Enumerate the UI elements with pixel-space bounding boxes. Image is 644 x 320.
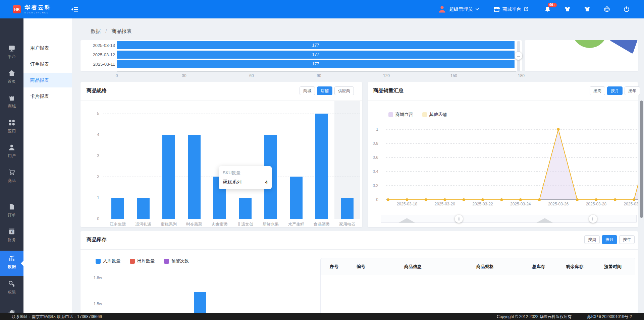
breadcrumb-current: 商品报表 [112,28,132,34]
spec-filter-store[interactable]: 店铺 [317,86,332,95]
sales-filter-year[interactable]: 按年 [625,86,640,95]
data-point[interactable] [538,198,541,201]
legend-item-inbound[interactable]: 入库数量 [96,258,120,264]
platform-link[interactable]: 商城平台 [493,6,529,13]
submenu-item-product-report[interactable]: 商品报表 [23,73,72,87]
v-bar[interactable] [315,114,328,219]
sales-filter-month[interactable]: 按月 [607,86,623,95]
v-bar[interactable] [188,135,201,219]
v-bar[interactable] [239,198,252,219]
x-axis-line [117,71,516,71]
grid-line [105,304,321,304]
submenu-item-order-report[interactable]: 订单报表 [23,57,72,71]
shirt-icon-1[interactable] [564,6,571,13]
breadcrumb-section[interactable]: 数据 [91,28,101,34]
bar-category-label: 江南生活 [105,221,130,227]
bar-value-label: 177 [117,43,515,48]
data-point[interactable] [614,198,616,201]
user-name: 超级管理员 [449,6,473,12]
shirt-icon-2[interactable] [584,6,591,13]
data-point[interactable] [500,198,503,201]
sidebar-item-data-active[interactable]: 数据 [0,251,23,276]
bar-category-label: 新鲜水果 [258,221,283,227]
datazoom-handle-left[interactable] [455,215,463,223]
notifications-bell-icon[interactable]: 99+ [544,6,551,13]
inventory-panel-title: 商品库存 [87,237,107,243]
pie-slice-blue[interactable] [611,40,637,53]
inventory-filter-month[interactable]: 按月 [602,235,617,244]
sales-panel-title: 商品销量汇总 [373,87,404,94]
power-logout-icon[interactable] [623,6,630,13]
inventory-table-header-row: 序号 编号 商品信息 商品规格 总库存 剩余库存 预警时间 [321,258,635,275]
data-point[interactable] [519,198,522,201]
data-point[interactable] [443,198,446,201]
brand-logo[interactable]: HR 华睿云科 HUARUIYUNKE [13,5,51,14]
v-bar[interactable] [111,198,124,219]
legend-item-outbound[interactable]: 出库数量 [130,258,155,264]
v-bar[interactable] [290,177,303,219]
breadcrumb-separator: / [105,28,107,34]
data-point[interactable] [576,198,579,201]
page-footer: 联系地址：南京市栖霞区 联系电话：17368736666 Copyright ©… [0,313,644,320]
sidebar-item-finance[interactable]: ¥ 财务 [0,228,23,243]
pie-slice-green[interactable] [572,40,607,48]
submenu-item-user-report[interactable]: 用户报表 [23,41,72,55]
avatar-icon [438,5,446,13]
sales-filter-week[interactable]: 按周 [590,86,605,95]
inventory-filter-week[interactable]: 按周 [584,235,600,244]
data-point[interactable] [595,198,597,201]
sidebar-item-apps[interactable]: 应用 [0,119,23,134]
secondary-sidebar: 用户报表 订单报表 商品报表 卡片报表 [23,18,72,313]
vertical-datazoom-handle[interactable] [515,52,522,60]
pie-chart-fragment[interactable] [525,40,638,71]
col-total: 总库存 [519,258,559,275]
data-point[interactable] [557,128,560,131]
sidebar-item-label: 权限 [8,290,16,295]
user-menu[interactable]: 超级管理员 [438,5,479,13]
sidebar-item-users[interactable]: 用户 [0,144,23,159]
globe-language-icon[interactable] [603,6,610,13]
legend-item-other[interactable]: 其他店铺 [422,112,447,118]
spec-filter-supplier[interactable]: 供应商 [334,86,354,95]
data-point[interactable] [481,198,484,201]
v-bar[interactable] [137,198,150,219]
axis-tick-label: 180 [515,73,528,78]
page-scrollbar-thumb[interactable] [640,101,643,218]
v-bar[interactable] [341,198,354,219]
data-point[interactable] [387,198,389,201]
datazoom-handle-right[interactable] [589,215,597,223]
sidebar-item-home[interactable]: 首页 [0,69,23,84]
inventory-filter-year[interactable]: 按年 [619,235,635,244]
spec-filter-mall[interactable]: 商城 [300,86,315,95]
y-axis-label: 3 [89,153,99,158]
data-point[interactable] [463,198,465,201]
sidebar-item-orders[interactable]: 订单 [0,203,23,218]
sidebar-item-mall[interactable]: 商城 [0,94,23,109]
legend-item-warning[interactable]: 预警次数 [164,258,189,264]
sidebar-item-products[interactable]: 商品 [0,169,23,184]
y-axis-label: 2 [89,174,99,179]
datazoom-track[interactable] [381,215,637,223]
data-point[interactable] [633,198,635,201]
inventory-header-divider [80,249,638,250]
sidebar-item-permissions[interactable]: 权限 [0,280,23,295]
sidebar-item-label: 订单 [8,212,16,218]
spec-header-divider [80,101,362,101]
x-axis-line [103,219,360,219]
submenu-item-card-report[interactable]: 卡片报表 [23,89,72,104]
sidebar-item-label: 首页 [8,79,16,84]
footer-icp[interactable]: 苏ICP备2023001019号-2 [587,314,632,320]
legend-item-self[interactable]: 商城自营 [388,112,413,118]
sidebar-item-platform[interactable]: 平台 [0,45,23,60]
menu-fold-icon[interactable] [71,6,78,13]
data-point[interactable] [425,198,427,201]
legend-swatch-blue [96,259,101,264]
sales-line-svg[interactable] [381,127,638,203]
storefront-icon [493,6,500,13]
data-point[interactable] [406,198,408,201]
bar-category-label: 食品酒类 [309,221,334,227]
bar-value-label: 177 [117,52,515,57]
v-bar[interactable] [162,135,175,219]
sidebar-item-label: 应用 [8,128,16,134]
col-code: 编号 [347,258,374,275]
